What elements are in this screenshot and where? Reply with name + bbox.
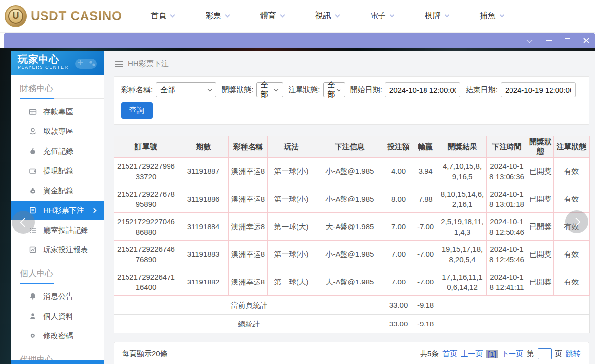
table-cell: 已開獎 (527, 185, 554, 213)
window-titlebar (4, 33, 595, 48)
table-cell: 31191882 (178, 268, 229, 296)
nav-item-label: 棋牌 (425, 11, 441, 21)
table-cell: 2152172922767895890 (114, 185, 178, 213)
nav-item-7[interactable]: 捕魚 (480, 11, 504, 21)
scroll-right-button[interactable] (565, 210, 588, 233)
table-cell: 31191883 (178, 241, 229, 268)
minimize-icon[interactable] (545, 37, 552, 44)
table-cell: 已開獎 (527, 268, 554, 296)
nav-item-label: 捕魚 (480, 11, 496, 21)
order-status-select[interactable]: 全部 (323, 82, 345, 97)
nav-item-2[interactable]: 彩票 (206, 11, 229, 21)
gamepad-icon (73, 55, 99, 72)
draw-status-select[interactable]: 全部 (256, 82, 284, 97)
table-cell: 第二球(大) (268, 268, 315, 296)
table-row: 215217292276789589031191886澳洲幸运8第一球(小)小-… (114, 185, 590, 213)
column-header: 下注信息 (315, 136, 384, 158)
table-cell: 已開獎 (527, 158, 554, 185)
chevron-down-icon (280, 13, 285, 18)
table-cell: 17,1,16,11,10,6,14,12 (438, 268, 487, 296)
nav-item-label: 體育 (260, 11, 276, 21)
scroll-left-button[interactable] (12, 211, 35, 234)
chevron-down-icon (225, 13, 230, 18)
sidebar-item-label: 修改密碼 (43, 331, 73, 341)
page-jump-input[interactable] (538, 348, 552, 359)
app-window: 玩家中心 PLAYERS CENTER 財務中心存款專區取款專區充值記錄提現記錄… (11, 51, 595, 364)
sidebar-section-title: 財務中心 (11, 75, 104, 98)
lottery-name-select[interactable]: 全部 (156, 82, 216, 97)
column-header: 開獎結果 (438, 136, 487, 158)
first-page-link[interactable]: 首页 (442, 349, 457, 359)
nav-item-6[interactable]: 棋牌 (425, 11, 449, 21)
sidebar-item[interactable]: 消息公告 (11, 286, 104, 306)
chevron-down-icon[interactable] (526, 37, 534, 44)
sidebar-item-label: 取款專區 (43, 127, 73, 136)
hamburger-icon[interactable] (115, 60, 123, 69)
nav-item-3[interactable]: 體育 (260, 11, 284, 21)
chevron-down-icon (499, 13, 504, 18)
draw-status-label: 開獎狀態: (221, 85, 253, 95)
table-cell: 2152172922799633720 (114, 158, 178, 185)
start-date-input[interactable] (385, 82, 460, 97)
table-cell: 有效 (554, 241, 590, 268)
table-cell: 澳洲幸运8 (229, 158, 268, 185)
content-area: HH彩票下注 彩種名稱: 全部 開獎狀態: 全部 注單狀態: 全部 (104, 51, 595, 364)
maximize-icon[interactable] (563, 37, 571, 44)
total-count: 共5条 (420, 349, 439, 359)
summary-winloss-total: -9.18 (413, 315, 438, 333)
sidebar-item[interactable]: 存款專區 (11, 102, 104, 121)
breadcrumb: HH彩票下注 (104, 51, 595, 69)
sidebar-item-label: 充值記錄 (43, 147, 73, 156)
table-cell: 澳洲幸运8 (229, 241, 268, 268)
table-cell: 4.00 (384, 158, 413, 185)
sidebar-item[interactable]: 個人資料 (11, 306, 104, 326)
sidebar-item[interactable]: 取款專區 (11, 121, 104, 141)
chevron-down-icon (335, 13, 340, 18)
lottery-name-label: 彩種名稱: (121, 85, 153, 95)
table-cell: -7.00 (413, 213, 438, 241)
top-navigation: U USDT CASINO 首頁彩票體育視訊電子棋牌捕魚 (0, 0, 595, 33)
nav-item-1[interactable]: 首頁 (151, 11, 174, 21)
current-page: [1] (486, 350, 498, 358)
chevron-down-icon (170, 13, 175, 18)
table-cell: 2152172922647116400 (114, 268, 178, 296)
table-cell: 8.00 (384, 185, 413, 213)
table-cell: 8,10,15,14,6,2,16,1 (438, 185, 487, 213)
withdraw-hand-icon (29, 127, 37, 135)
sidebar-item[interactable]: 提現記錄 (11, 161, 104, 181)
table-row: 215217292267467689031191883澳洲幸运8第一球(小)小-… (114, 241, 590, 268)
sidebar-item[interactable]: 玩家投注報表 (11, 240, 104, 260)
nav-item-label: 首頁 (151, 11, 167, 21)
column-header: 玩法 (268, 136, 315, 158)
sidebar-item-label: 消息公告 (43, 292, 73, 301)
funds-icon (29, 187, 37, 195)
close-icon[interactable] (582, 37, 590, 44)
search-button[interactable]: 查詢 (121, 102, 153, 119)
brand-logo[interactable]: U USDT CASINO (5, 5, 122, 27)
chevron-down-icon (389, 13, 394, 18)
column-header: 開獎狀態 (527, 136, 554, 158)
next-page-link[interactable]: 下一页 (501, 349, 523, 359)
table-cell: -7.00 (413, 241, 438, 268)
table-cell: 7.00 (384, 241, 413, 268)
person-icon (29, 312, 37, 320)
sidebar-item[interactable]: 充值記錄 (11, 141, 104, 161)
prev-page-link[interactable]: 上一页 (461, 349, 483, 359)
column-header: 訂單號 (114, 136, 178, 158)
nav-item-4[interactable]: 視訊 (315, 11, 339, 21)
chevron-down-icon (444, 13, 449, 18)
end-date-input[interactable] (501, 82, 576, 97)
nav-item-5[interactable]: 電子 (370, 11, 394, 21)
sidebar-item-label: 提現記錄 (43, 166, 73, 176)
jump-button[interactable]: 跳转 (566, 349, 581, 359)
summary-label: 當前頁統計 (114, 296, 384, 315)
sidebar-item[interactable]: 修改密碼 (11, 326, 104, 346)
table-cell: 2024-10-18 12:50:46 (487, 213, 527, 241)
summary-label: 總統計 (114, 315, 384, 333)
sidebar-item-partial[interactable] (11, 360, 104, 364)
gear-icon (29, 332, 37, 340)
sidebar-item[interactable]: 資金記錄 (11, 181, 104, 201)
brand-name: USDT CASINO (31, 8, 122, 24)
deposit-card-icon (29, 108, 37, 116)
summary-winloss-total: -9.18 (413, 296, 438, 315)
